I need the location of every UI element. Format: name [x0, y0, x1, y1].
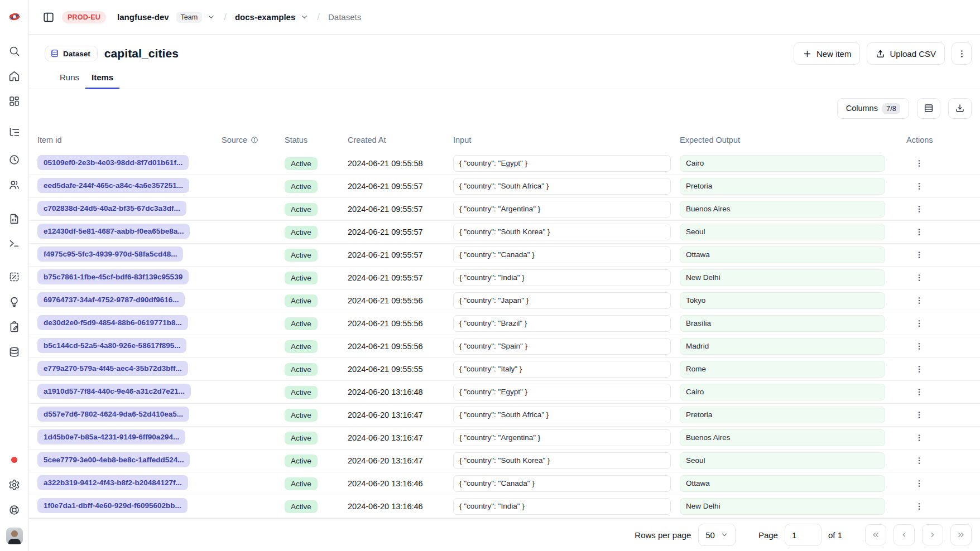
- input-value[interactable]: { "country": "South Africa" }: [453, 407, 671, 423]
- column-header-source[interactable]: Source: [222, 136, 285, 144]
- row-kebab-menu-button[interactable]: [911, 361, 928, 378]
- tab-items[interactable]: Items: [85, 72, 119, 89]
- row-kebab-menu-button[interactable]: [911, 338, 928, 355]
- row-kebab-menu-button[interactable]: [911, 269, 928, 286]
- first-page-button[interactable]: [865, 524, 886, 545]
- input-value[interactable]: { "country": "South Korea" }: [453, 452, 671, 469]
- item-id-badge[interactable]: de30d2e0-f5d9-4854-88b6-0619771b8...: [37, 315, 188, 330]
- row-kebab-menu-button[interactable]: [911, 452, 928, 469]
- org-switcher-chevron-down-icon[interactable]: [207, 13, 215, 21]
- database-icon[interactable]: [4, 342, 25, 362]
- item-id-badge[interactable]: d557e7d6-7802-4624-9da6-52d410ea5...: [37, 407, 189, 422]
- column-header-status[interactable]: Status: [285, 136, 348, 144]
- tab-runs[interactable]: Runs: [54, 72, 85, 89]
- input-value[interactable]: { "country": "Canada" }: [453, 246, 671, 263]
- expected-output-value[interactable]: Cairo: [680, 155, 885, 172]
- clipboard-pen-icon[interactable]: [4, 317, 25, 337]
- item-id-badge[interactable]: 69764737-34af-4752-9787-d90df9616...: [37, 292, 185, 307]
- input-value[interactable]: { "country": "South Korea" }: [453, 224, 671, 240]
- columns-button[interactable]: Columns 7/8: [837, 98, 909, 119]
- expected-output-value[interactable]: Cairo: [680, 384, 885, 400]
- expected-output-value[interactable]: Pretoria: [680, 178, 885, 195]
- item-id-badge[interactable]: b5c144cd-52a5-4a80-926e-58617f895...: [37, 338, 186, 353]
- expected-output-value[interactable]: New Delhi: [680, 498, 885, 515]
- list-tree-icon[interactable]: [4, 122, 25, 142]
- search-icon[interactable]: [4, 41, 25, 61]
- lightbulb-icon[interactable]: [4, 292, 25, 312]
- row-kebab-menu-button[interactable]: [911, 384, 928, 400]
- users-icon[interactable]: [4, 175, 25, 195]
- terminal-icon[interactable]: [4, 233, 25, 253]
- project-switcher-chevron-down-icon[interactable]: [300, 13, 309, 21]
- status-dot[interactable]: [4, 450, 25, 470]
- row-kebab-menu-button[interactable]: [911, 201, 928, 218]
- item-id-badge[interactable]: 1f0e7da1-dbff-4e60-929d-f6095602bb...: [37, 498, 188, 513]
- input-value[interactable]: { "country": "Japan" }: [453, 292, 671, 309]
- home-icon[interactable]: [4, 66, 25, 86]
- item-id-badge[interactable]: c702838d-24d5-40a2-bf35-67dc3a3df...: [37, 201, 186, 216]
- expected-output-value[interactable]: Seoul: [680, 224, 885, 240]
- row-kebab-menu-button[interactable]: [911, 246, 928, 263]
- org-name[interactable]: langfuse-dev: [117, 12, 169, 22]
- expected-output-value[interactable]: Buenos Aires: [680, 201, 885, 218]
- row-kebab-menu-button[interactable]: [911, 315, 928, 332]
- input-value[interactable]: { "country": "Canada" }: [453, 475, 671, 492]
- row-height-button[interactable]: [917, 98, 940, 119]
- row-kebab-menu-button[interactable]: [911, 178, 928, 195]
- column-header-expected-output[interactable]: Expected Output: [680, 136, 906, 144]
- row-kebab-menu-button[interactable]: [911, 498, 928, 515]
- input-value[interactable]: { "country": "South Africa" }: [453, 178, 671, 195]
- file-code-icon[interactable]: [4, 209, 25, 229]
- user-avatar[interactable]: [6, 528, 23, 544]
- last-page-button[interactable]: [950, 524, 972, 545]
- expected-output-value[interactable]: Seoul: [680, 452, 885, 469]
- clock-icon[interactable]: [4, 149, 25, 170]
- input-value[interactable]: { "country": "India" }: [453, 269, 671, 286]
- item-id-badge[interactable]: a1910d57-7f84-440c-9e46-a31c2d7e21...: [37, 384, 191, 399]
- input-value[interactable]: { "country": "Egypt" }: [453, 384, 671, 400]
- upload-csv-button[interactable]: Upload CSV: [867, 42, 945, 65]
- input-value[interactable]: { "country": "Spain" }: [453, 338, 671, 355]
- expected-output-value[interactable]: Ottawa: [680, 246, 885, 263]
- item-id-badge[interactable]: e779a270-579a-4f45-aec4-35b72d3bff...: [37, 361, 188, 376]
- expected-output-value[interactable]: Madrid: [680, 338, 885, 355]
- item-id-badge[interactable]: eed5dafe-244f-465c-a84c-4a6e357251...: [37, 178, 189, 193]
- next-page-button[interactable]: [922, 524, 943, 545]
- input-value[interactable]: { "country": "Italy" }: [453, 361, 671, 378]
- item-id-badge[interactable]: 05109ef0-2e3b-4e03-98dd-8f7d01b61f...: [37, 155, 189, 170]
- input-value[interactable]: { "country": "Argentina" }: [453, 201, 671, 218]
- item-id-badge[interactable]: e12430df-5e81-4687-aabb-f0ea65be8a...: [37, 224, 190, 239]
- new-item-button[interactable]: New item: [794, 42, 861, 65]
- sidebar-toggle-icon[interactable]: [42, 11, 55, 23]
- breadcrumb-section[interactable]: Datasets: [328, 12, 361, 22]
- expected-output-value[interactable]: Pretoria: [680, 407, 885, 423]
- download-button[interactable]: [948, 98, 972, 119]
- page-number-input[interactable]: [785, 524, 822, 546]
- header-kebab-menu-button[interactable]: [952, 42, 972, 65]
- input-value[interactable]: { "country": "Argentina" }: [453, 429, 671, 446]
- item-id-badge[interactable]: 5cee7779-3e00-4eb8-be8c-1affedd524...: [37, 452, 190, 467]
- item-id-badge[interactable]: b75c7861-1fbe-45cf-bdf6-83f139c95539: [37, 269, 189, 284]
- expected-output-value[interactable]: Tokyo: [680, 292, 885, 309]
- percent-square-icon[interactable]: [4, 267, 25, 287]
- lifebuoy-icon[interactable]: [4, 500, 25, 520]
- rows-per-page-select[interactable]: 50: [698, 524, 736, 546]
- item-id-badge[interactable]: 1d45b0e7-b85a-4231-9149-6ff90a294...: [37, 429, 185, 444]
- dashboard-grid-icon[interactable]: [4, 91, 25, 111]
- input-value[interactable]: { "country": "Egypt" }: [453, 155, 671, 172]
- column-header-item-id[interactable]: Item id: [37, 136, 222, 144]
- row-kebab-menu-button[interactable]: [911, 407, 928, 423]
- input-value[interactable]: { "country": "India" }: [453, 498, 671, 515]
- row-kebab-menu-button[interactable]: [911, 429, 928, 446]
- gear-icon[interactable]: [4, 475, 25, 495]
- row-kebab-menu-button[interactable]: [911, 292, 928, 309]
- expected-output-value[interactable]: Brasília: [680, 315, 885, 332]
- input-value[interactable]: { "country": "Brazil" }: [453, 315, 671, 332]
- column-header-input[interactable]: Input: [453, 136, 680, 144]
- expected-output-value[interactable]: Buenos Aires: [680, 429, 885, 446]
- item-id-badge[interactable]: f4975c95-5fc3-4939-970d-58fa5cd48...: [37, 246, 183, 262]
- expected-output-value[interactable]: Rome: [680, 361, 885, 378]
- expected-output-value[interactable]: Ottawa: [680, 475, 885, 492]
- row-kebab-menu-button[interactable]: [911, 224, 928, 240]
- column-header-created-at[interactable]: Created At: [348, 136, 453, 144]
